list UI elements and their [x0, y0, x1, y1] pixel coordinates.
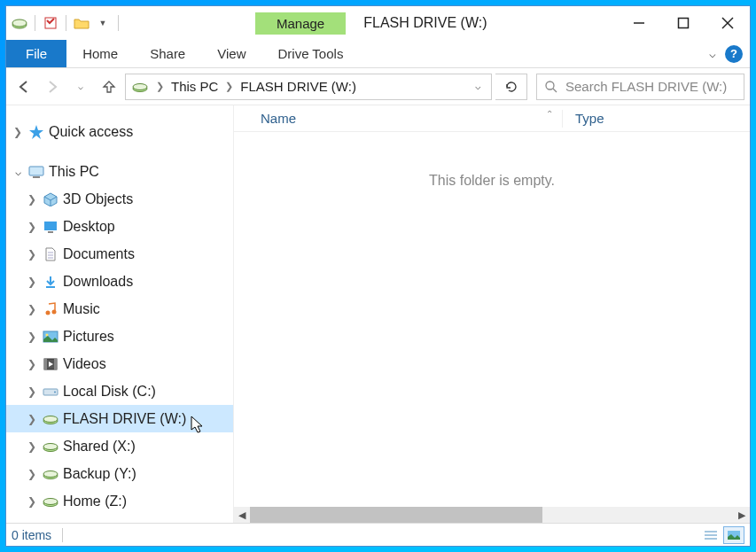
drive-icon: [42, 410, 59, 428]
help-button[interactable]: ?: [725, 45, 743, 63]
chevron-right-icon[interactable]: ❯: [26, 413, 38, 425]
tree-label: Backup (Y:): [63, 466, 136, 482]
svg-rect-12: [33, 176, 40, 178]
refresh-button[interactable]: [495, 74, 527, 100]
chevron-right-icon[interactable]: ❯: [26, 330, 38, 343]
properties-icon[interactable]: [41, 13, 60, 33]
details-view-button[interactable]: [700, 526, 721, 544]
chevron-right-icon[interactable]: ❯: [223, 81, 235, 92]
ribbon-expand-icon[interactable]: ⌵: [709, 47, 716, 60]
tree-label: Music: [63, 301, 100, 317]
recent-dropdown-icon[interactable]: ⌵: [68, 74, 93, 99]
maximize-button[interactable]: [661, 7, 705, 39]
music-icon: [42, 300, 59, 318]
tree-flash-drive-w[interactable]: ❯FLASH DRIVE (W:): [6, 405, 233, 432]
tree-videos[interactable]: ❯Videos: [6, 350, 233, 377]
tree-label: Quick access: [49, 124, 133, 140]
chevron-right-icon[interactable]: ❯: [26, 248, 38, 260]
sort-asc-icon: ⌃: [546, 109, 553, 119]
drive-icon[interactable]: [10, 13, 29, 33]
tree-shared-x[interactable]: ❯Shared (X:): [6, 432, 233, 460]
up-button[interactable]: [97, 74, 121, 99]
svg-rect-14: [48, 231, 53, 233]
thumbnails-view-button[interactable]: [723, 526, 744, 544]
chevron-right-icon[interactable]: ❯: [26, 468, 38, 480]
svg-point-35: [43, 498, 58, 504]
ribbon-context-tab[interactable]: Manage: [255, 12, 346, 35]
svg-point-20: [52, 309, 57, 314]
ribbon-tabs: File Home Share View Drive Tools ⌵ ?: [6, 40, 750, 68]
chevron-right-icon[interactable]: ❯: [154, 81, 166, 92]
breadcrumb-root[interactable]: This PC: [171, 79, 218, 94]
breadcrumb-current[interactable]: FLASH DRIVE (W:): [240, 79, 356, 94]
new-folder-icon[interactable]: [72, 13, 91, 33]
tree-label: 3D Objects: [63, 191, 133, 207]
drive-icon: [131, 78, 149, 96]
window-title: FLASH DRIVE (W:): [346, 15, 617, 31]
chevron-right-icon[interactable]: ❯: [12, 126, 24, 138]
scroll-left-icon[interactable]: ◀: [234, 507, 250, 523]
drive-icon: [42, 438, 59, 455]
item-count: 0 items: [12, 528, 51, 542]
minimize-button[interactable]: [617, 7, 661, 39]
tree-label: Desktop: [63, 219, 115, 235]
search-placeholder: Search FLASH DRIVE (W:): [565, 79, 727, 94]
svg-point-9: [546, 82, 554, 89]
chevron-right-icon[interactable]: ❯: [26, 358, 38, 370]
tree-home-z[interactable]: ❯Home (Z:): [6, 487, 233, 515]
svg-point-33: [43, 470, 58, 477]
chevron-right-icon[interactable]: ❯: [26, 440, 38, 453]
tree-this-pc[interactable]: ⌵ This PC: [6, 158, 233, 185]
tree-label: Home (Z:): [63, 494, 127, 509]
tree-documents[interactable]: ❯Documents: [6, 240, 233, 268]
tree-label: Documents: [63, 246, 135, 262]
tab-share[interactable]: Share: [134, 40, 201, 67]
tree-backup-y[interactable]: ❯Backup (Y:): [6, 460, 233, 487]
tab-drive-tools[interactable]: Drive Tools: [261, 40, 359, 67]
tree-music[interactable]: ❯Music: [6, 295, 233, 323]
column-type[interactable]: Type: [563, 111, 604, 126]
svg-rect-11: [29, 167, 43, 175]
svg-rect-24: [44, 359, 47, 369]
tree-label: Shared (X:): [63, 439, 136, 455]
tree-local-disk-c[interactable]: ❯Local Disk (C:): [6, 377, 233, 405]
chevron-right-icon[interactable]: ❯: [26, 385, 38, 398]
chevron-right-icon[interactable]: ❯: [26, 303, 38, 315]
scroll-thumb[interactable]: [250, 507, 542, 523]
tree-quick-access[interactable]: ❯ Quick access: [6, 118, 233, 145]
chevron-right-icon[interactable]: ❯: [26, 221, 38, 233]
tree-label: FLASH DRIVE (W:): [63, 411, 186, 427]
star-icon: [27, 123, 45, 141]
tab-home[interactable]: Home: [66, 40, 134, 67]
tree-desktop[interactable]: ❯Desktop: [6, 213, 233, 240]
search-input[interactable]: Search FLASH DRIVE (W:): [536, 74, 744, 100]
qat-dropdown-icon[interactable]: ▼: [93, 13, 113, 33]
tree-label: Pictures: [63, 329, 114, 345]
column-name[interactable]: Name⌃: [234, 111, 562, 126]
chevron-right-icon[interactable]: ❯: [26, 276, 38, 288]
explorer-window: ▼ Manage FLASH DRIVE (W:) File Home Shar…: [5, 5, 751, 547]
forward-button[interactable]: [40, 74, 65, 99]
horizontal-scrollbar[interactable]: ◀ ▶: [234, 507, 750, 523]
tab-file[interactable]: File: [6, 40, 66, 67]
chevron-right-icon[interactable]: ❯: [26, 495, 38, 508]
tree-pictures[interactable]: ❯Pictures: [6, 323, 233, 350]
chevron-right-icon[interactable]: ❯: [26, 193, 38, 206]
quick-access-toolbar: ▼: [6, 13, 122, 33]
close-button[interactable]: [705, 7, 750, 39]
tree-downloads[interactable]: ❯Downloads: [6, 268, 233, 295]
tree-3d-objects[interactable]: ❯3D Objects: [6, 185, 233, 213]
address-dropdown-icon[interactable]: ⌵: [470, 81, 486, 92]
back-button[interactable]: [12, 74, 36, 99]
pictures-icon: [42, 328, 59, 346]
tab-view[interactable]: View: [201, 40, 261, 67]
status-bar: 0 items: [6, 523, 750, 546]
column-headers: Name⌃ Type: [234, 105, 750, 132]
scroll-right-icon[interactable]: ▶: [734, 507, 750, 523]
empty-folder-message: This folder is empty.: [234, 173, 750, 189]
download-icon: [42, 273, 59, 291]
pc-icon: [27, 163, 45, 181]
address-bar[interactable]: ❯ This PC ❯ FLASH DRIVE (W:) ⌵: [125, 74, 492, 100]
chevron-down-icon[interactable]: ⌵: [12, 166, 24, 178]
navigation-pane[interactable]: ❯ Quick access ⌵ This PC ❯3D Objects ❯De…: [6, 105, 233, 523]
